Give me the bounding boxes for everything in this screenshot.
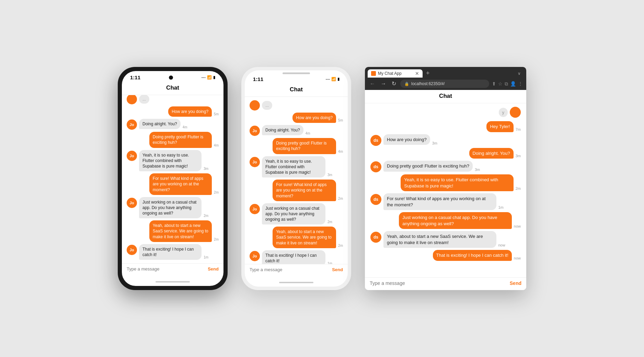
phone-dark-screen: 1:11 ···· 📶 ▮ Chat ... 5mHow are you doi… xyxy=(122,71,223,286)
message-time: 3m xyxy=(432,141,437,145)
avatar: ds xyxy=(370,232,381,243)
message-row: 2mFor sure! What kind of apps are you wo… xyxy=(127,173,219,195)
wifi-icon-w: 📶 xyxy=(331,77,336,81)
message-row: 4mDoing pretty good! Flutter is exciting… xyxy=(250,138,343,154)
input-bar-browser: Send xyxy=(365,277,526,290)
send-button-white[interactable]: Send xyxy=(332,267,343,272)
message-time: now xyxy=(514,256,521,260)
message-input-browser[interactable] xyxy=(370,280,507,286)
send-button-browser[interactable]: Send xyxy=(510,280,521,286)
message-bubble: For sure! What kind of apps are you work… xyxy=(149,173,212,195)
tab-favicon-icon xyxy=(371,71,376,76)
tab-expand-icon[interactable]: ∨ xyxy=(515,70,524,77)
message-bubble: Yeah, about to start a new SaaS service.… xyxy=(273,227,336,248)
partial-avatar-dark xyxy=(127,95,137,104)
address-bar[interactable]: 🔒 localhost:62350/#/ xyxy=(400,80,489,88)
tab-title-label: My Chat App xyxy=(378,71,413,76)
message-bubble: Yeah, about to start a new SaaS service.… xyxy=(383,231,496,248)
message-time: 4m xyxy=(306,131,310,135)
message-bubble: That is exciting! I hope I can catch it! xyxy=(262,250,325,264)
message-row: dsDoing pretty good! Flutter is exciting… xyxy=(370,161,521,172)
message-input-white[interactable] xyxy=(250,267,329,272)
status-time-dark: 1:11 xyxy=(130,74,140,80)
message-row: 7mHey Tyler! xyxy=(370,121,521,132)
refresh-button[interactable]: ↻ xyxy=(390,80,398,87)
browser-tab-active[interactable]: My Chat App ✕ xyxy=(368,69,423,78)
battery-icon: ▮ xyxy=(213,75,215,80)
signal-dots-icon: ···· xyxy=(202,76,206,80)
message-time: 1m xyxy=(498,205,504,209)
menu-icon[interactable]: ⋮ xyxy=(518,81,523,87)
message-row: JoThat is exciting! I hope I can catch i… xyxy=(127,244,219,260)
notch-bar xyxy=(245,70,348,75)
message-bubble: How are you doing? xyxy=(168,106,212,117)
message-bubble: Yeah, it is so easy to use. Flutter comb… xyxy=(139,150,202,172)
message-time: 2m xyxy=(327,220,332,224)
avatar: Jo xyxy=(250,251,260,261)
message-row: JoThat is exciting! I hope I can catch i… xyxy=(250,250,343,264)
message-time: 4m xyxy=(214,143,219,147)
message-time: 1m xyxy=(204,255,208,259)
message-time: 3m xyxy=(475,168,480,172)
message-input-dark[interactable] xyxy=(127,266,205,272)
battery-icon-w: ▮ xyxy=(337,77,340,81)
message-bubble: Doing alright. You? xyxy=(469,148,514,159)
status-bar-dark: 1:11 ···· 📶 ▮ xyxy=(122,71,223,82)
partial-top-row: ... xyxy=(127,95,219,104)
bookmark-icon[interactable]: ☆ xyxy=(498,81,503,87)
send-button-dark[interactable]: Send xyxy=(208,266,219,272)
new-tab-button[interactable]: + xyxy=(424,69,432,78)
chat-header-browser: Chat xyxy=(365,90,526,103)
avatar: Jo xyxy=(127,245,137,255)
message-row: JoJust working on a casual chat app. Do … xyxy=(127,197,219,219)
message-bubble: Doing pretty good! Flutter is exciting h… xyxy=(383,161,473,172)
message-time: 5m xyxy=(214,112,219,116)
message-bubble: That is exciting! I hope I can catch it! xyxy=(433,250,512,261)
message-bubble: Doing alright. You? xyxy=(139,119,181,129)
pill-notch xyxy=(283,72,310,74)
message-bubble: Doing pretty good! Flutter is exciting h… xyxy=(149,132,212,148)
avatar: ds xyxy=(370,161,381,172)
chat-area-browser[interactable]: y 7mHey Tyler!dsHow are you doing?3m3mDo… xyxy=(365,103,526,277)
status-bar-white: 1:11 ···· 📶 ▮ xyxy=(245,75,348,83)
message-bubble: Just working on a casual chat app. Do yo… xyxy=(399,212,512,229)
avatar: Jo xyxy=(250,126,260,136)
message-bubble: Yeah, about to start a new SaaS service.… xyxy=(149,220,212,242)
message-time: 2m xyxy=(516,186,521,191)
avatar: ds xyxy=(370,135,381,146)
avatar: ds xyxy=(370,194,381,205)
message-time: 4m xyxy=(183,125,187,129)
status-icons-white: ···· 📶 ▮ xyxy=(326,77,340,81)
message-time: now xyxy=(514,224,521,228)
share-icon[interactable]: ⬆ xyxy=(492,81,496,87)
extensions-icon[interactable]: ⧉ xyxy=(505,81,508,87)
partial-bubble-browser: y xyxy=(499,108,508,117)
avatar: Jo xyxy=(127,198,137,208)
message-bubble: How are you doing? xyxy=(292,113,336,123)
camera-notch-dark xyxy=(169,76,173,80)
profile-icon[interactable]: 👤 xyxy=(510,81,516,87)
message-row: dsHow are you doing?3m xyxy=(370,134,521,146)
browser-content: Chat y 7mHey Tyler!dsHow are you doing?3… xyxy=(365,90,526,290)
back-button[interactable]: ← xyxy=(368,80,377,87)
message-row: JoYeah, it is so easy to use. Flutter co… xyxy=(127,150,219,172)
message-row: JoDoing alright. You?4m xyxy=(127,119,219,130)
chat-area-white[interactable]: ... 5mHow are you doing?JoDoing alright.… xyxy=(245,97,348,264)
forward-button[interactable]: → xyxy=(379,80,388,87)
signal-dots-icon-w: ···· xyxy=(326,77,330,81)
chat-header-dark: Chat xyxy=(122,82,223,95)
chat-area-dark[interactable]: ... 5mHow are you doing?JoDoing alright.… xyxy=(122,95,223,263)
message-bubble: Yeah, it is so easy to use. Flutter comb… xyxy=(401,174,514,191)
partial-bubble-white: ... xyxy=(262,101,272,110)
message-time: 2m xyxy=(214,238,219,241)
phone-white-screen: 1:11 ···· 📶 ▮ Chat ... 5mHow are you doi… xyxy=(245,70,348,287)
browser-nav-bar: ← → ↻ 🔒 localhost:62350/#/ ⬆ ☆ ⧉ 👤 ⋮ xyxy=(365,78,526,90)
message-row: 5mHow are you doing? xyxy=(250,113,343,123)
tab-close-button[interactable]: ✕ xyxy=(415,71,419,76)
message-row: 2mYeah, about to start a new SaaS servic… xyxy=(250,227,343,248)
message-row: JoJust working on a casual chat app. Do … xyxy=(250,203,343,225)
message-time: 1m xyxy=(327,262,332,264)
nav-extras: ⬆ ☆ ⧉ 👤 ⋮ xyxy=(492,81,523,87)
message-row: 3mDoing alright. You? xyxy=(370,148,521,159)
partial-bubble-dark: ... xyxy=(139,95,149,104)
